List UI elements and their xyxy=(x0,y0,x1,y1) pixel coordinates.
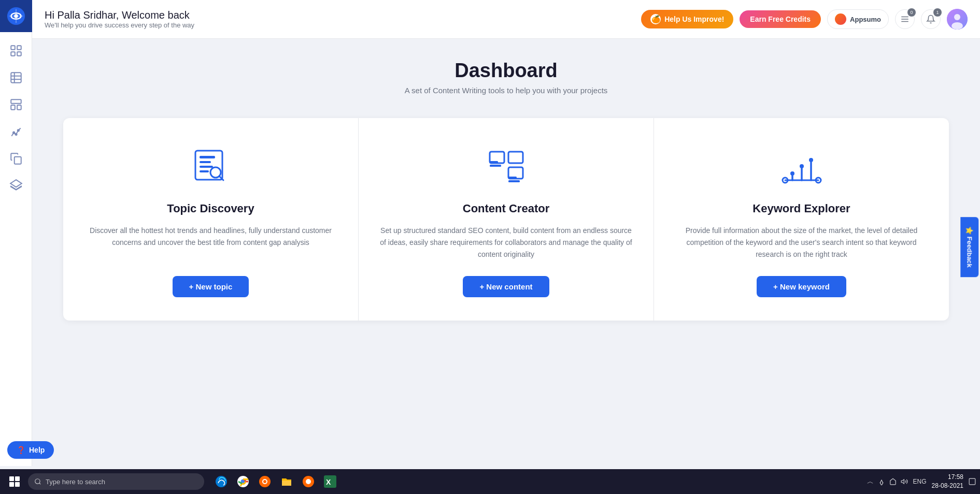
bell-badge: 1 xyxy=(933,8,942,17)
new-topic-label: + New topic xyxy=(189,282,233,291)
help-improve-label: Help Us Improve! xyxy=(664,15,724,23)
svg-rect-27 xyxy=(200,166,213,168)
appsumo-icon xyxy=(835,13,846,25)
start-button[interactable] xyxy=(4,471,25,492)
svg-rect-26 xyxy=(200,161,211,163)
taskbar-excel-icon[interactable]: X xyxy=(320,472,340,491)
taskbar-chrome-icon[interactable] xyxy=(233,472,253,491)
svg-point-22 xyxy=(954,14,960,20)
sidebar-item-layers[interactable] xyxy=(5,174,27,197)
svg-point-14 xyxy=(15,134,17,135)
new-topic-button[interactable]: + New topic xyxy=(173,276,249,297)
taskbar-lang: ENG xyxy=(913,478,927,485)
greeting-heading: Hi Palla Sridhar, Welcome back xyxy=(45,9,194,21)
greeting-bold: Hi Palla Sridhar, xyxy=(45,9,119,21)
svg-rect-50 xyxy=(9,482,14,487)
keyword-explorer-desc: Provide full information about the size … xyxy=(675,225,928,260)
svg-marker-17 xyxy=(10,180,22,187)
svg-point-15 xyxy=(17,129,19,131)
taskbar-files-icon[interactable] xyxy=(277,472,296,491)
sidebar-item-analytics[interactable] xyxy=(5,120,27,143)
svg-rect-36 xyxy=(508,177,517,179)
svg-rect-49 xyxy=(15,476,20,481)
taskbar: Type here to search xyxy=(0,469,980,494)
taskbar-search-box[interactable]: Type here to search xyxy=(28,473,204,490)
taskbar-chrome2-icon[interactable] xyxy=(255,472,275,491)
feedback-tab[interactable]: ⭐ Feedback xyxy=(961,217,979,277)
svg-rect-2 xyxy=(11,46,15,50)
svg-rect-24 xyxy=(195,151,222,180)
sidebar-item-layout[interactable] xyxy=(5,93,27,116)
taskbar-apps: X xyxy=(211,472,340,491)
card-content-creator: Content Creator Set up structured standa… xyxy=(359,118,654,321)
svg-rect-5 xyxy=(17,52,21,56)
svg-line-53 xyxy=(39,483,41,485)
svg-rect-65 xyxy=(969,478,975,485)
clock-time: 17:58 xyxy=(932,473,963,482)
help-circle-icon: ❓ xyxy=(17,446,25,454)
svg-rect-28 xyxy=(200,170,209,172)
avatar[interactable] xyxy=(947,9,968,30)
greeting-rest: Welcome back xyxy=(122,9,190,21)
cards-row: Topic Discovery Discover all the hottest… xyxy=(63,118,949,321)
sidebar xyxy=(0,0,32,466)
clock-date: 28-08-2021 xyxy=(932,482,963,490)
svg-text:X: X xyxy=(326,478,331,486)
svg-rect-34 xyxy=(490,165,501,167)
content-creator-icon xyxy=(483,144,530,191)
svg-rect-11 xyxy=(11,105,15,110)
taskbar-right: ︿ ENG 17:58 28-08-2021 xyxy=(867,473,976,490)
svg-point-52 xyxy=(35,479,40,484)
sidebar-item-copy[interactable] xyxy=(5,147,27,170)
dashboard-title: Dashboard xyxy=(63,60,949,82)
topic-discovery-icon xyxy=(188,144,234,191)
new-content-button[interactable]: + New content xyxy=(463,276,549,297)
svg-rect-16 xyxy=(14,157,21,164)
svg-rect-3 xyxy=(17,46,21,50)
svg-rect-10 xyxy=(11,99,21,104)
list-icon-button[interactable]: 0 xyxy=(895,9,915,29)
sidebar-item-grid[interactable] xyxy=(5,39,27,62)
svg-rect-33 xyxy=(490,161,498,163)
svg-rect-6 xyxy=(11,72,21,83)
taskbar-time: 17:58 28-08-2021 xyxy=(932,473,963,490)
svg-point-44 xyxy=(800,164,804,168)
svg-point-59 xyxy=(263,480,266,483)
sidebar-item-table[interactable] xyxy=(5,66,27,89)
svg-rect-4 xyxy=(11,52,15,56)
taskbar-chrome3-icon[interactable] xyxy=(299,472,318,491)
show-desktop-icon[interactable] xyxy=(969,478,976,485)
new-content-label: + New content xyxy=(479,282,532,291)
dashboard-subtitle: A set of Content Writing tools to help y… xyxy=(63,86,949,95)
svg-point-23 xyxy=(951,22,963,30)
earn-credits-button[interactable]: Earn Free Credits xyxy=(740,10,821,28)
new-keyword-button[interactable]: + New keyword xyxy=(757,276,846,297)
header-subtitle: We'll help you drive success every step … xyxy=(45,21,194,29)
sidebar-logo[interactable] xyxy=(0,0,32,32)
help-label: Help xyxy=(29,446,45,454)
svg-marker-64 xyxy=(901,480,904,484)
svg-rect-37 xyxy=(508,180,520,182)
bell-icon-button[interactable]: 1 xyxy=(921,9,941,29)
appsumo-label: Appsumo xyxy=(850,16,881,23)
content-creator-title: Content Creator xyxy=(463,202,549,215)
svg-point-13 xyxy=(13,132,15,134)
tray-up-icon: ︿ xyxy=(867,477,874,486)
svg-point-61 xyxy=(306,479,311,484)
help-improve-button[interactable]: 🍊 Help Us Improve! xyxy=(641,10,733,28)
header-title: Hi Palla Sridhar, Welcome back We'll hel… xyxy=(45,9,194,29)
svg-rect-12 xyxy=(17,105,21,110)
svg-point-43 xyxy=(790,171,794,176)
help-improve-icon: 🍊 xyxy=(650,14,661,24)
taskbar-tray: ︿ xyxy=(867,477,908,486)
help-button[interactable]: ❓ Help xyxy=(7,441,54,459)
svg-point-45 xyxy=(809,158,813,162)
svg-rect-32 xyxy=(508,152,523,163)
feedback-label: ⭐ Feedback xyxy=(966,226,974,268)
main-content: Dashboard A set of Content Writing tools… xyxy=(32,39,980,466)
svg-rect-25 xyxy=(200,156,215,158)
svg-rect-48 xyxy=(9,476,14,481)
appsumo-button[interactable]: Appsumo xyxy=(827,9,889,29)
content-creator-desc: Set up structured standard SEO content, … xyxy=(379,225,633,260)
taskbar-edge-icon[interactable] xyxy=(211,472,231,491)
